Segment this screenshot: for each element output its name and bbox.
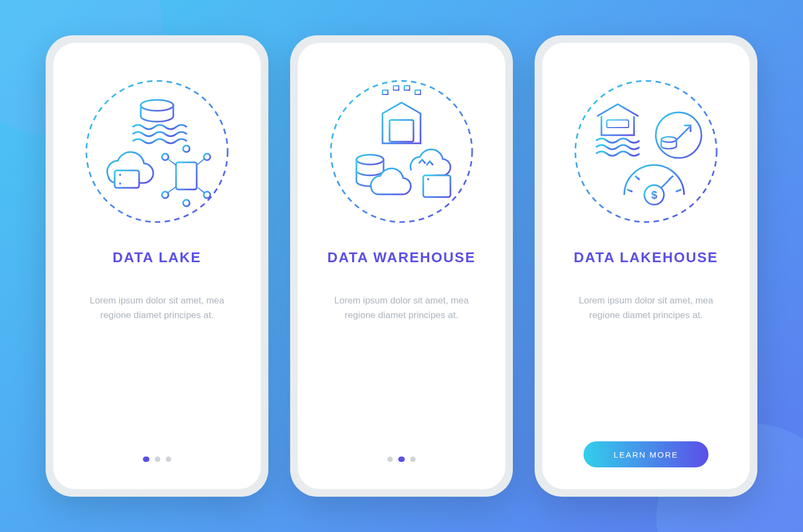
svg-rect-23 [390, 120, 413, 142]
onboarding-screen-data-lakehouse[interactable]: $ DATA LAKEHOUSE Lorem ipsum dolor sit a… [542, 43, 750, 489]
svg-line-50 [676, 189, 681, 192]
screen-title: DATA WAREHOUSE [327, 249, 475, 266]
svg-rect-30 [382, 90, 388, 94]
svg-point-14 [183, 200, 190, 206]
svg-point-11 [204, 154, 210, 160]
svg-point-5 [119, 182, 121, 185]
svg-point-0 [86, 81, 228, 222]
svg-point-12 [162, 192, 168, 198]
screen-description: Lorem ipsum dolor sit amet, mea regione … [320, 293, 483, 457]
svg-point-40 [427, 178, 429, 180]
svg-point-10 [162, 154, 168, 160]
svg-rect-32 [404, 86, 410, 90]
screen-title: DATA LAKE [112, 249, 201, 266]
data-lakehouse-icon: $ [570, 75, 722, 227]
svg-point-1 [141, 100, 173, 111]
pagination-dot[interactable] [410, 457, 416, 462]
svg-point-4 [119, 174, 121, 176]
svg-point-34 [356, 155, 384, 164]
phone-mockup: $ DATA LAKEHOUSE Lorem ipsum dolor sit a… [535, 35, 757, 497]
pagination-dot[interactable] [166, 457, 171, 462]
screen-title: DATA LAKEHOUSE [574, 249, 718, 266]
svg-line-16 [168, 159, 176, 165]
svg-line-46 [627, 189, 632, 192]
svg-rect-33 [415, 90, 421, 94]
pagination-dot[interactable] [398, 457, 405, 462]
onboarding-screen-data-warehouse[interactable]: DATA WAREHOUSE Lorem ipsum dolor sit ame… [298, 43, 505, 489]
svg-point-44 [656, 112, 701, 158]
svg-line-47 [635, 176, 639, 180]
pagination-dots [143, 457, 171, 467]
svg-line-19 [197, 187, 204, 193]
screen-description: Lorem ipsum dolor sit amet, mea regione … [76, 293, 239, 457]
phone-mockup: DATA LAKE Lorem ipsum dolor sit amet, me… [46, 35, 268, 497]
pagination-dot[interactable] [387, 457, 393, 462]
data-warehouse-icon [325, 75, 478, 227]
learn-more-button[interactable]: LEARN MORE [584, 441, 708, 467]
svg-point-45 [661, 137, 676, 142]
svg-point-13 [204, 192, 210, 198]
svg-point-15 [183, 145, 190, 152]
pagination-dot[interactable] [143, 457, 149, 462]
svg-rect-31 [393, 86, 399, 90]
screen-description: Lorem ipsum dolor sit amet, mea regione … [564, 293, 727, 441]
onboarding-screen-data-lake[interactable]: DATA LAKE Lorem ipsum dolor sit amet, me… [53, 43, 261, 489]
onboarding-carousel: DATA LAKE Lorem ipsum dolor sit amet, me… [46, 35, 757, 497]
svg-line-17 [197, 159, 204, 165]
svg-line-18 [168, 187, 176, 193]
pagination-dots [387, 457, 416, 467]
data-lake-icon [81, 75, 233, 227]
phone-mockup: DATA WAREHOUSE Lorem ipsum dolor sit ame… [290, 35, 513, 497]
svg-text:$: $ [651, 189, 657, 201]
pagination-dot[interactable] [155, 457, 160, 462]
